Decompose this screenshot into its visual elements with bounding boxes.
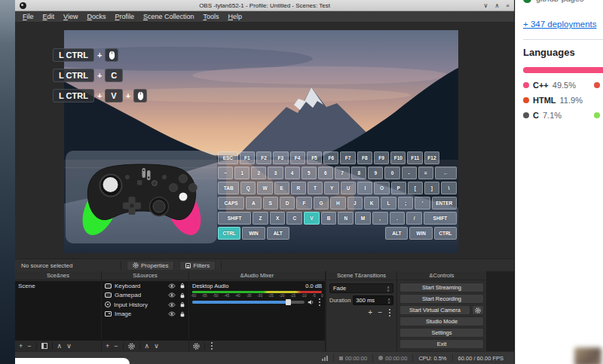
- menu-item[interactable]: View: [59, 13, 82, 20]
- control-button[interactable]: Settings: [399, 328, 484, 338]
- spinner-arrows-icon[interactable]: ∧∨: [387, 298, 390, 304]
- menu-item[interactable]: Tools: [199, 13, 224, 20]
- language-item[interactable]: [594, 78, 603, 93]
- meter-tick-label: -25: [268, 293, 274, 298]
- keyboard-row: CTRL WIN ALT ALT WIN: [218, 227, 457, 240]
- duration-input[interactable]: 300 ms ∧∨: [353, 295, 393, 305]
- scenes-list[interactable]: Scene: [15, 281, 101, 341]
- add-source-button[interactable]: +: [106, 342, 109, 350]
- transition-menu-dots-icon[interactable]: [389, 312, 390, 314]
- divider: [36, 343, 37, 350]
- keyboard-key: 2: [251, 167, 266, 179]
- keyboard-key: ,: [372, 212, 388, 225]
- menu-item[interactable]: Help: [224, 13, 247, 20]
- mouse-icon: [137, 91, 144, 101]
- language-item[interactable]: [594, 93, 603, 108]
- keyboard-key: V: [304, 212, 320, 225]
- window-title: OBS -tytan652-1 - Profile: Untitled - Sc…: [15, 2, 514, 9]
- add-transition-button[interactable]: +: [368, 308, 372, 317]
- move-source-up-button[interactable]: ∧: [145, 342, 150, 350]
- filters-button[interactable]: Filters: [179, 261, 216, 271]
- obs-window: OBS -tytan652-1 - Profile: Untitled - Sc…: [15, 0, 515, 364]
- mixer-menu-dots-icon[interactable]: [211, 345, 213, 347]
- language-item[interactable]: S: [594, 108, 603, 123]
- audio-level-db: 0.0 dB: [305, 283, 322, 289]
- scene-filters-icon[interactable]: [41, 343, 47, 349]
- scenes-dock-header[interactable]: Sce&nes: [15, 271, 101, 280]
- language-item[interactable]: C++ 49.5%: [523, 78, 588, 93]
- source-item[interactable]: Gamepad: [102, 291, 188, 301]
- menu-item[interactable]: Edit: [38, 13, 60, 20]
- controls-dock-header[interactable]: &Controls: [397, 271, 486, 280]
- divider: [333, 354, 334, 362]
- source-item[interactable]: Input History: [102, 300, 188, 310]
- visibility-eye-icon[interactable]: [168, 283, 176, 289]
- keyboard-key: J: [347, 197, 363, 210]
- visibility-eye-icon[interactable]: [168, 311, 176, 317]
- minimize-button[interactable]: ∨: [484, 2, 488, 9]
- menu-item[interactable]: Profile: [110, 13, 139, 20]
- visibility-eye-icon[interactable]: [168, 292, 176, 298]
- gear-icon: [475, 307, 481, 314]
- source-item[interactable]: Image: [102, 310, 188, 320]
- stream-status-icon: [339, 356, 343, 360]
- speaker-icon[interactable]: [308, 299, 314, 305]
- control-button[interactable]: Start Streaming: [399, 283, 484, 292]
- mixer-dock-header[interactable]: &Audio Mixer: [189, 271, 325, 280]
- move-scene-down-button[interactable]: ∨: [66, 342, 72, 350]
- transition-select[interactable]: Fade ∧∨: [329, 283, 393, 293]
- language-percent: 49.5%: [552, 81, 576, 90]
- volume-slider[interactable]: [192, 301, 305, 304]
- language-item[interactable]: C 7.1%: [523, 108, 588, 123]
- virtual-camera-config-button[interactable]: [472, 305, 484, 315]
- keyboard-key: R: [291, 182, 306, 194]
- add-scene-button[interactable]: +: [19, 342, 23, 350]
- obs-titlebar[interactable]: OBS -tytan652-1 - Profile: Untitled - Sc…: [15, 0, 514, 11]
- meter-tick-label: -55: [202, 293, 207, 298]
- control-button[interactable]: Start Recording: [399, 294, 484, 304]
- control-button[interactable]: Start Virtual Camera: [399, 305, 470, 315]
- menu-item[interactable]: Docks: [82, 13, 110, 20]
- scene-item[interactable]: Scene: [15, 281, 101, 291]
- deployments-link[interactable]: + 347 deployments: [523, 20, 597, 29]
- sources-list[interactable]: Keyboard: [102, 281, 188, 341]
- source-item[interactable]: Keyboard: [102, 281, 188, 291]
- input-chip-label: C: [111, 71, 117, 80]
- maximize-button[interactable]: ∧: [494, 2, 499, 9]
- source-properties-gear-icon[interactable]: [128, 343, 135, 350]
- advanced-audio-gear-icon[interactable]: [193, 343, 200, 350]
- control-button[interactable]: Studio Mode: [399, 317, 484, 326]
- menu-item[interactable]: Scene Collection: [139, 13, 199, 20]
- lock-icon[interactable]: [179, 292, 185, 298]
- remove-source-button[interactable]: −: [114, 342, 118, 350]
- input-chip-label: +: [97, 71, 102, 80]
- input-chip: +: [97, 91, 102, 100]
- menu-item[interactable]: File: [18, 13, 38, 20]
- control-button-row: Start Virtual Camera: [399, 305, 484, 315]
- lock-icon[interactable]: [179, 301, 185, 307]
- language-item[interactable]: HTML 11.9%: [523, 93, 588, 108]
- close-button[interactable]: ×: [506, 2, 510, 9]
- filters-icon: [185, 263, 191, 268]
- divider: [452, 354, 453, 362]
- move-scene-up-button[interactable]: ∧: [57, 342, 63, 350]
- channel-menu-dots-icon[interactable]: [319, 301, 320, 303]
- visibility-eye-icon[interactable]: [168, 302, 176, 307]
- combo-arrows-icon: ∧∨: [387, 286, 390, 292]
- lock-icon[interactable]: [179, 283, 185, 289]
- divider: [123, 343, 124, 350]
- properties-button[interactable]: Properties: [127, 261, 174, 271]
- lock-icon[interactable]: [179, 311, 185, 317]
- control-button[interactable]: Exit: [399, 339, 484, 349]
- move-source-down-button[interactable]: ∨: [154, 342, 159, 350]
- meter-tick-label: -35: [246, 293, 251, 298]
- input-chip-label: +: [97, 50, 102, 60]
- volume-slider-handle[interactable]: [286, 299, 291, 305]
- transitions-dock-header[interactable]: Scene T&ransitions: [326, 271, 396, 280]
- input-chip: L CTRL: [53, 48, 94, 62]
- deployment-environment[interactable]: github-pages: [523, 0, 584, 3]
- source-name: Image: [115, 310, 131, 317]
- sources-dock-header[interactable]: S&ources: [102, 271, 188, 280]
- remove-transition-button[interactable]: −: [378, 308, 382, 317]
- remove-scene-button[interactable]: −: [27, 342, 31, 350]
